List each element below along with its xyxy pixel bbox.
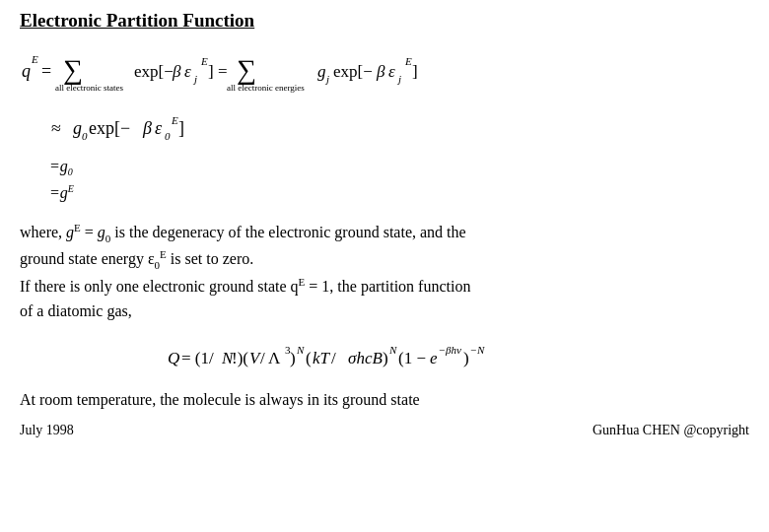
svg-text:g: g bbox=[73, 118, 82, 138]
svg-text:E: E bbox=[31, 53, 38, 65]
title: Electronic Partition Function bbox=[20, 10, 749, 32]
svg-text:kT: kT bbox=[313, 349, 331, 367]
svg-text:=: = bbox=[41, 61, 51, 81]
svg-text:β: β bbox=[172, 62, 181, 81]
svg-text:all electronic energies: all electronic energies bbox=[227, 83, 305, 93]
svg-text:N: N bbox=[476, 344, 485, 356]
svg-text:exp[−: exp[− bbox=[134, 62, 174, 81]
formula-diatomic: Q = (1/ N !)( V / Λ 3 ) N ( kT / σhcB ) … bbox=[20, 334, 749, 381]
svg-text:!)(: !)( bbox=[232, 349, 248, 367]
footer-left: July 1998 bbox=[20, 423, 74, 438]
svg-text:β: β bbox=[142, 118, 152, 138]
svg-text:): ) bbox=[383, 349, 388, 367]
svg-text:ε: ε bbox=[388, 62, 395, 81]
formula-svg-main: q E = ∑ all electronic states exp[− β ε … bbox=[20, 39, 710, 99]
svg-text:βhν: βhν bbox=[445, 344, 461, 356]
svg-text:(1 −: (1 − bbox=[398, 349, 426, 367]
svg-text:0: 0 bbox=[165, 130, 171, 142]
room-temp-text: At room temperature, the molecule is alw… bbox=[20, 391, 749, 409]
svg-text:0: 0 bbox=[82, 130, 88, 142]
svg-text:N: N bbox=[296, 344, 305, 356]
svg-text:Q: Q bbox=[168, 349, 179, 367]
svg-text:ε: ε bbox=[184, 62, 191, 81]
svg-text:(: ( bbox=[306, 349, 312, 367]
formula-svg-diatomic: Q = (1/ N !)( V / Λ 3 ) N ( kT / σhcB ) … bbox=[138, 334, 631, 377]
svg-text:−: − bbox=[439, 344, 445, 356]
svg-text:/ Λ: / Λ bbox=[260, 349, 281, 367]
formula-approx: ≈ g 0 exp[− β ε 0 E ] bbox=[49, 106, 749, 150]
svg-text:e: e bbox=[430, 349, 438, 367]
svg-text:exp[−: exp[− bbox=[333, 62, 373, 81]
text-paragraph-1: where, gE = g0 is the degeneracy of the … bbox=[20, 220, 749, 324]
svg-text:exp[−: exp[− bbox=[89, 118, 130, 138]
svg-text:≈: ≈ bbox=[51, 118, 61, 138]
formula-svg-approx: ≈ g 0 exp[− β ε 0 E ] bbox=[49, 106, 306, 146]
svg-text:E: E bbox=[404, 55, 412, 67]
svg-text:N: N bbox=[388, 344, 397, 356]
svg-text:] =: ] = bbox=[208, 62, 228, 81]
svg-text:∑: ∑ bbox=[63, 54, 83, 85]
equals-g0: =g0 =gE bbox=[49, 154, 749, 206]
svg-text:σhcB: σhcB bbox=[348, 349, 383, 367]
svg-text:−: − bbox=[470, 344, 476, 356]
svg-text:): ) bbox=[290, 349, 296, 367]
svg-text:]: ] bbox=[178, 118, 184, 138]
svg-text:β: β bbox=[376, 62, 385, 81]
footer: July 1998 GunHua CHEN @copyright bbox=[20, 423, 749, 438]
svg-text:g: g bbox=[317, 62, 326, 81]
svg-text:q: q bbox=[22, 61, 31, 81]
svg-text:/: / bbox=[331, 349, 336, 367]
svg-text:j: j bbox=[192, 73, 197, 85]
svg-text:∑: ∑ bbox=[237, 54, 256, 85]
svg-text:ε: ε bbox=[155, 118, 163, 138]
svg-text:j: j bbox=[396, 73, 401, 85]
footer-right: GunHua CHEN @copyright bbox=[593, 423, 749, 438]
svg-text:E: E bbox=[200, 55, 208, 67]
svg-text:= (1/: = (1/ bbox=[181, 349, 214, 367]
svg-text:all electronic states: all electronic states bbox=[55, 83, 123, 93]
svg-text:): ) bbox=[463, 349, 469, 367]
svg-text:]: ] bbox=[412, 62, 418, 81]
svg-text:E: E bbox=[171, 114, 178, 126]
formula-main: q E = ∑ all electronic states exp[− β ε … bbox=[20, 39, 749, 102]
